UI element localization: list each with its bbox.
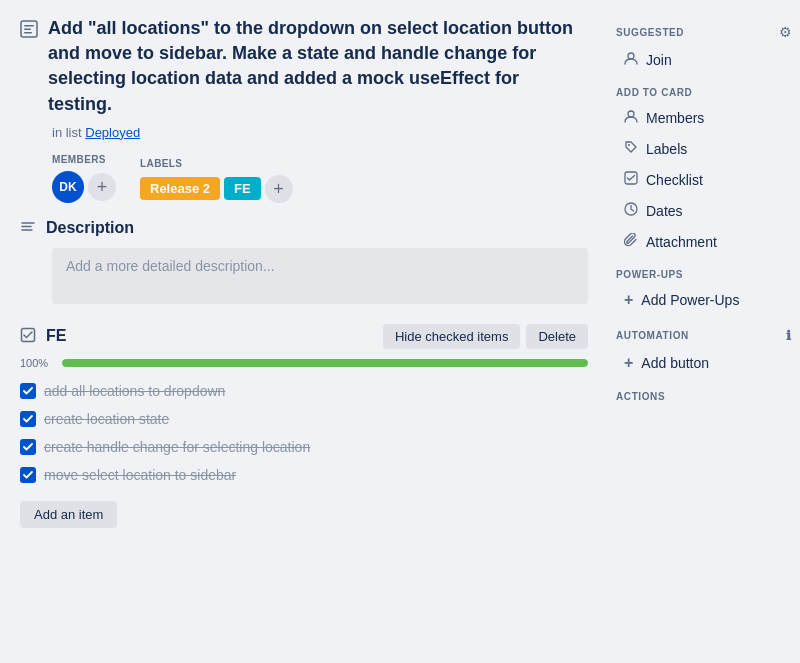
- dates-icon: [624, 202, 638, 219]
- progress-percent: 100%: [20, 357, 54, 369]
- suggested-gear-button[interactable]: ⚙: [779, 24, 792, 40]
- add-to-card-label: Add to Card: [616, 87, 792, 98]
- checklist-item-text: move select location to sidebar: [44, 467, 236, 483]
- svg-rect-3: [24, 32, 32, 34]
- sidebar-item-members[interactable]: Members: [616, 102, 792, 133]
- main-content: Add "all locations" to the dropdown on s…: [0, 0, 608, 663]
- label-chip-release[interactable]: Release 2: [140, 177, 220, 200]
- labels-row: Release 2 FE +: [140, 175, 293, 203]
- card-type-icon: [20, 20, 38, 41]
- svg-point-10: [628, 144, 630, 146]
- labels-section: Labels Release 2 FE +: [140, 158, 293, 203]
- add-member-button[interactable]: +: [88, 173, 116, 201]
- card-list-ref: in list Deployed: [52, 125, 588, 140]
- add-item-button[interactable]: Add an item: [20, 501, 117, 528]
- avatar[interactable]: DK: [52, 171, 84, 203]
- automation-info-icon: ℹ: [786, 328, 792, 343]
- card-header: Add "all locations" to the dropdown on s…: [20, 16, 588, 117]
- checklist-actions: Hide checked items Delete: [383, 324, 588, 349]
- card-title: Add "all locations" to the dropdown on s…: [48, 16, 588, 117]
- members-icon: [624, 109, 638, 126]
- plus-icon: +: [624, 291, 633, 309]
- checklist-item-text: add all locations to dropdown: [44, 383, 225, 399]
- members-sidebar-label: Members: [646, 110, 704, 126]
- description-title: Description: [46, 219, 134, 237]
- automation-label: Automation ℹ: [616, 328, 792, 343]
- checklist-checkbox[interactable]: [20, 411, 36, 427]
- attachment-sidebar-label: Attachment: [646, 234, 717, 250]
- label-chip-fe[interactable]: FE: [224, 177, 261, 200]
- checklist-header-left: FE: [20, 327, 66, 346]
- checklist-item-text: create handle change for selecting locat…: [44, 439, 310, 455]
- sidebar-item-add-button[interactable]: + Add button: [616, 347, 792, 379]
- labels-label: Labels: [140, 158, 293, 169]
- add-button-label: Add button: [641, 355, 709, 371]
- checklist-sidebar-icon: [624, 171, 638, 188]
- meta-row: Members DK + Labels Release 2 FE +: [52, 154, 588, 203]
- progress-bar-fill: [62, 359, 588, 367]
- checklist-item: add all locations to dropdown: [20, 379, 588, 403]
- checklist-item: move select location to sidebar: [20, 463, 588, 487]
- sidebar-item-checklist[interactable]: Checklist: [616, 164, 792, 195]
- description-header: Description: [20, 219, 588, 238]
- card-modal: Add "all locations" to the dropdown on s…: [0, 0, 800, 663]
- suggested-label: Suggested ⚙: [616, 24, 792, 40]
- progress-bar-bg: [62, 359, 588, 367]
- hide-checked-button[interactable]: Hide checked items: [383, 324, 520, 349]
- dates-sidebar-label: Dates: [646, 203, 683, 219]
- svg-rect-1: [24, 25, 34, 27]
- sidebar-item-add-powerups[interactable]: + Add Power-Ups: [616, 284, 792, 316]
- checklist-icon: [20, 327, 36, 346]
- sidebar-item-join[interactable]: Join: [616, 44, 792, 75]
- sidebar-item-attachment[interactable]: Attachment: [616, 226, 792, 257]
- checklist-checkbox[interactable]: [20, 383, 36, 399]
- svg-rect-2: [24, 29, 31, 31]
- svg-point-8: [628, 53, 634, 59]
- svg-point-9: [628, 111, 634, 117]
- sidebar-item-dates[interactable]: Dates: [616, 195, 792, 226]
- progress-row: 100%: [20, 357, 588, 369]
- members-label: Members: [52, 154, 116, 165]
- person-icon: [624, 51, 638, 68]
- join-label: Join: [646, 52, 672, 68]
- attachment-icon: [624, 233, 638, 250]
- checklist-checkbox[interactable]: [20, 439, 36, 455]
- members-section: Members DK +: [52, 154, 116, 203]
- sidebar-item-labels[interactable]: Labels: [616, 133, 792, 164]
- checklist-item: create location state: [20, 407, 588, 431]
- description-placeholder: Add a more detailed description...: [66, 258, 275, 274]
- checklist-items: add all locations to dropdown create loc…: [20, 379, 588, 487]
- description-icon: [20, 219, 36, 238]
- power-ups-label: Power-Ups: [616, 269, 792, 280]
- checklist-header: FE Hide checked items Delete: [20, 324, 588, 349]
- checklist-checkbox[interactable]: [20, 467, 36, 483]
- list-link[interactable]: Deployed: [85, 125, 140, 140]
- add-powerups-label: Add Power-Ups: [641, 292, 739, 308]
- plus-icon-automation: +: [624, 354, 633, 372]
- add-label-button[interactable]: +: [265, 175, 293, 203]
- description-box[interactable]: Add a more detailed description...: [52, 248, 588, 304]
- checklist-sidebar-label: Checklist: [646, 172, 703, 188]
- checklist-item: create handle change for selecting locat…: [20, 435, 588, 459]
- labels-icon: [624, 140, 638, 157]
- delete-checklist-button[interactable]: Delete: [526, 324, 588, 349]
- checklist-name: FE: [46, 327, 66, 345]
- actions-label: Actions: [616, 391, 792, 402]
- sidebar: Suggested ⚙ Join Add to Card Members: [608, 0, 800, 663]
- members-row: DK +: [52, 171, 116, 203]
- labels-sidebar-label: Labels: [646, 141, 687, 157]
- checklist-item-text: create location state: [44, 411, 169, 427]
